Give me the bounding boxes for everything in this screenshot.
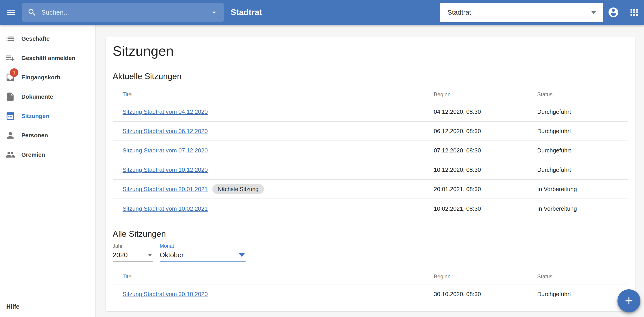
sidebar-nav: Geschäfte Geschäft anmelden 1 Eingangsko… <box>0 25 96 317</box>
page-title: Sitzungen <box>113 37 628 58</box>
table-row: Sitzung Stadtrat vom 04.12.2020 04.12.20… <box>113 102 628 122</box>
account-circle-icon <box>608 6 619 18</box>
meeting-begin: 10.12.2020, 08:30 <box>434 166 537 173</box>
sidebar-item-label: Geschäfte <box>21 35 50 42</box>
meeting-status: In Vorbereitung <box>537 186 628 193</box>
menu-button[interactable] <box>4 5 18 20</box>
column-header-titel: Titel <box>113 274 434 280</box>
year-select-label: Jahr <box>113 243 153 249</box>
context-select-value: Stadtrat <box>448 8 591 16</box>
account-button[interactable] <box>606 5 620 20</box>
sidebar-item-label: Dokumente <box>21 93 53 100</box>
playlist-add-icon <box>6 53 15 63</box>
app-title: Stadtrat <box>231 8 262 17</box>
table-header-row: Titel Beginn Status <box>113 87 628 102</box>
main-content: Sitzungen Aktuelle Sitzungen Titel Begin… <box>96 25 644 317</box>
meeting-begin: 07.12.2020, 08:30 <box>434 147 537 154</box>
apps-grid-button[interactable] <box>627 5 641 20</box>
meeting-status: Durchgeführt <box>537 291 628 298</box>
meeting-status: In Vorbereitung <box>537 205 628 212</box>
document-icon <box>6 92 15 102</box>
plus-icon <box>623 295 635 307</box>
meeting-link[interactable]: Sitzung Stadtrat vom 30.10.2020 <box>122 291 208 298</box>
year-select-value: 2020 <box>113 251 128 259</box>
meeting-begin: 10.02.2021, 08:30 <box>434 205 537 212</box>
column-header-status: Status <box>537 91 628 98</box>
sidebar-item-geschaefte[interactable]: Geschäfte <box>0 29 95 48</box>
meeting-begin: 30.10.2020, 08:30 <box>434 291 537 298</box>
month-select-value: Oktober <box>160 251 184 259</box>
search-icon <box>28 8 36 17</box>
sidebar-item-dokumente[interactable]: Dokumente <box>0 87 95 106</box>
month-select[interactable]: Monat Oktober <box>160 243 246 262</box>
chevron-down-icon <box>239 254 245 257</box>
meeting-link[interactable]: Sitzung Stadtrat vom 10.02.2021 <box>122 205 208 212</box>
table-header-row: Titel Beginn Status <box>113 269 628 284</box>
global-search-combobox[interactable] <box>22 3 224 22</box>
meeting-status: Durchgeführt <box>537 128 628 135</box>
inbox-count-badge: 1 <box>10 68 18 77</box>
table-row: Sitzung Stadtrat vom 30.10.2020 30.10.20… <box>113 284 628 304</box>
meeting-status: Durchgeführt <box>537 166 628 173</box>
next-meeting-chip: Nächste Sitzung <box>212 184 264 194</box>
meeting-link[interactable]: Sitzung Stadtrat vom 04.12.2020 <box>122 108 208 115</box>
apps-grid-icon <box>629 7 640 18</box>
meeting-begin: 20.01.2021, 08:30 <box>434 186 537 193</box>
people-icon <box>6 150 15 160</box>
sidebar-item-sitzungen[interactable]: Sitzungen <box>0 106 95 126</box>
table-row: Sitzung Stadtrat vom 20.01.2021 Nächste … <box>113 180 628 199</box>
meeting-status: Durchgeführt <box>537 147 628 154</box>
sidebar-item-label: Personen <box>21 132 48 139</box>
meeting-filters: Jahr 2020 Monat Oktober <box>113 243 628 262</box>
sidebar-item-label: Eingangskorb <box>21 74 60 81</box>
current-meetings-table: Titel Beginn Status Sitzung Stadtrat vom… <box>113 87 628 218</box>
sidebar-item-geschaeft-anmelden[interactable]: Geschäft anmelden <box>0 48 95 68</box>
column-header-status: Status <box>537 274 628 280</box>
sidebar-item-personen[interactable]: Personen <box>0 126 95 145</box>
hamburger-icon <box>6 7 17 18</box>
column-header-beginn: Beginn <box>434 274 537 280</box>
sidebar-item-label: Gremien <box>21 151 45 158</box>
meeting-link[interactable]: Sitzung Stadtrat vom 10.12.2020 <box>122 166 208 173</box>
person-icon <box>6 130 15 140</box>
table-row: Sitzung Stadtrat vom 10.12.2020 10.12.20… <box>113 160 628 180</box>
chevron-down-icon[interactable] <box>210 8 219 17</box>
meeting-begin: 06.12.2020, 08:30 <box>434 128 537 135</box>
meeting-status: Durchgeführt <box>537 108 628 115</box>
all-meetings-table: Titel Beginn Status Sitzung Stadtrat vom… <box>113 269 628 304</box>
column-header-beginn: Beginn <box>434 91 537 98</box>
sidebar-item-label: Sitzungen <box>21 113 49 120</box>
chevron-down-icon <box>148 254 152 256</box>
table-row: Sitzung Stadtrat vom 10.02.2021 10.02.20… <box>113 199 628 218</box>
meeting-link[interactable]: Sitzung Stadtrat vom 07.12.2020 <box>122 147 208 154</box>
sidebar-item-eingangskorb[interactable]: 1 Eingangskorb <box>0 68 95 87</box>
help-link[interactable]: Hilfe <box>6 303 20 310</box>
meeting-begin: 04.12.2020, 08:30 <box>434 108 537 115</box>
sidebar-item-label: Geschäft anmelden <box>21 55 75 62</box>
table-row: Sitzung Stadtrat vom 07.12.2020 07.12.20… <box>113 141 628 160</box>
context-select[interactable]: Stadtrat <box>440 3 603 22</box>
month-select-label: Monat <box>160 243 246 249</box>
add-meeting-fab[interactable] <box>618 289 640 312</box>
app-header: Stadtrat Stadtrat <box>0 0 644 25</box>
chevron-down-icon <box>591 11 596 14</box>
sitzungen-card: Sitzungen Aktuelle Sitzungen Titel Begin… <box>106 37 635 311</box>
section-heading-alle-sitzungen: Alle Sitzungen <box>113 229 628 239</box>
meeting-link[interactable]: Sitzung Stadtrat vom 20.01.2021 <box>122 186 208 193</box>
column-header-titel: Titel <box>113 91 434 98</box>
meeting-link[interactable]: Sitzung Stadtrat vom 06.12.2020 <box>122 128 208 135</box>
table-row: Sitzung Stadtrat vom 06.12.2020 06.12.20… <box>113 122 628 141</box>
inbox-icon: 1 <box>6 72 15 82</box>
search-input[interactable] <box>41 8 210 16</box>
calendar-icon <box>6 111 15 121</box>
section-heading-aktuelle-sitzungen: Aktuelle Sitzungen <box>113 72 628 82</box>
sidebar-item-gremien[interactable]: Gremien <box>0 145 95 164</box>
year-select[interactable]: Jahr 2020 <box>113 243 153 262</box>
list-icon <box>6 34 15 44</box>
